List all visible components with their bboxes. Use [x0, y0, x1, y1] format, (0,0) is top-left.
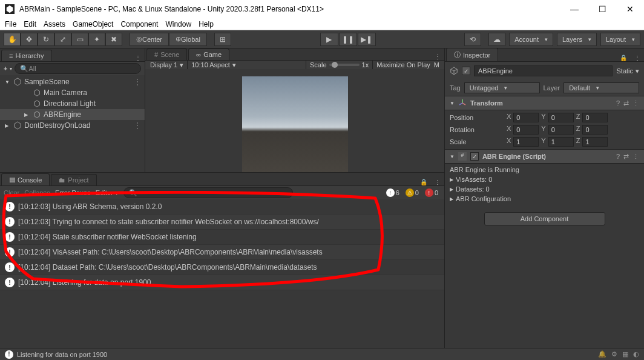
help-icon[interactable]: ? — [616, 153, 620, 161]
panel-menu-icon[interactable]: ⋮ — [631, 55, 644, 61]
layers-dropdown[interactable]: Layers — [557, 33, 597, 46]
menu-icon[interactable]: ⋮ — [632, 99, 639, 107]
cloud-button[interactable]: ☁ — [488, 33, 505, 46]
collapse-button[interactable]: Collapse — [24, 189, 50, 196]
console-entry[interactable]: ![10:12:04] State subscriber notifier We… — [0, 230, 444, 245]
transform-header[interactable]: ▼ Transform ?⇄⋮ — [445, 96, 644, 110]
hierarchy-search-input[interactable]: 🔍 All — [15, 63, 141, 74]
mute-audio[interactable]: M — [434, 61, 439, 68]
menu-window[interactable]: Window — [165, 20, 191, 28]
collab-button[interactable]: ⟲ — [464, 33, 481, 46]
scale-y-field[interactable]: 1 — [548, 137, 574, 147]
abrconfig-row[interactable]: ▶ ABR Configuration — [445, 194, 644, 204]
position-y-field[interactable]: 0 — [548, 113, 574, 122]
panel-menu-icon[interactable]: ⋮ — [431, 53, 444, 60]
game-viewport[interactable] — [145, 69, 444, 182]
hierarchy-item[interactable]: Main Camera — [0, 87, 145, 98]
rotate-tool[interactable]: ↻ — [38, 33, 54, 46]
rotation-z-field[interactable]: 0 — [582, 125, 608, 135]
status-icon[interactable]: ▦ — [622, 350, 628, 358]
menu-icon[interactable]: ⋮ — [632, 153, 639, 161]
hierarchy-tab[interactable]: ≡ Hierarchy — [1, 50, 52, 61]
menu-gameobject[interactable]: GameObject — [73, 20, 113, 28]
lock-icon[interactable]: 🔒 — [416, 179, 431, 185]
hierarchy-item[interactable]: Directional Light — [0, 98, 145, 109]
transform-tool[interactable]: ✦ — [88, 33, 105, 46]
rotation-y-field[interactable]: 0 — [548, 125, 574, 135]
game-tab[interactable]: ∞ Game — [188, 48, 229, 60]
inspector-tab[interactable]: ⓘ Inspector — [446, 48, 498, 61]
hierarchy-item[interactable]: ▼SampleScene⋮ — [0, 76, 145, 87]
aspect-dropdown[interactable]: 10:10 Aspect ▾ — [191, 61, 236, 69]
menu-help[interactable]: Help — [199, 20, 214, 28]
error-pause-button[interactable]: Error Pause — [55, 189, 91, 196]
snap-button[interactable]: ⊞ — [214, 33, 231, 46]
scale-slider[interactable]: Scale 1x — [310, 61, 369, 68]
status-icon[interactable]: ⚙ — [611, 350, 617, 358]
scale-tool[interactable]: ⤢ — [54, 33, 71, 46]
console-entry[interactable]: ![10:12:04] Dataset Path: C:\Users\scoot… — [0, 260, 444, 275]
warn-counter[interactable]: ⚠0 — [403, 188, 421, 197]
preset-icon[interactable]: ⇄ — [623, 153, 629, 161]
position-x-field[interactable]: 0 — [513, 113, 539, 122]
preset-icon[interactable]: ⇄ — [623, 99, 629, 107]
project-tab[interactable]: 🖿 Project — [51, 174, 96, 185]
panel-menu-icon[interactable]: ⋮ — [431, 179, 444, 185]
play-button[interactable]: ▶ — [320, 33, 338, 46]
hierarchy-item[interactable]: ▶DontDestroyOnLoad⋮ — [0, 120, 145, 131]
rotation-x-field[interactable]: 0 — [513, 125, 539, 135]
pivot-mode-button[interactable]: ◎Center — [130, 33, 169, 46]
abrengine-header[interactable]: ▼ # ✓ ABR Engine (Script) ?⇄⋮ — [445, 149, 644, 164]
menu-file[interactable]: File — [5, 20, 16, 28]
create-dropdown[interactable]: + — [4, 65, 7, 72]
console-entry[interactable]: ![10:12:04] Listening for data on port 1… — [0, 275, 444, 290]
static-checkbox[interactable]: Static ▾ — [616, 67, 639, 75]
menu-assets[interactable]: Assets — [44, 20, 65, 28]
step-button[interactable]: ▶❚ — [358, 33, 376, 46]
datasets-row[interactable]: ▶ Datasets: 0 — [445, 184, 644, 194]
panel-menu-icon[interactable]: ⋮ — [131, 55, 145, 61]
rect-tool[interactable]: ▭ — [71, 33, 88, 46]
menu-edit[interactable]: Edit — [24, 20, 36, 28]
component-enabled-checkbox[interactable]: ✓ — [470, 152, 479, 161]
scale-x-field[interactable]: 1 — [513, 137, 539, 147]
scene-tab[interactable]: # Scene — [146, 48, 187, 60]
account-dropdown[interactable]: Account — [509, 33, 553, 46]
close-button[interactable]: ✕ — [616, 0, 644, 18]
display-dropdown[interactable]: Display 1 ▾ — [150, 61, 183, 69]
active-checkbox[interactable]: ✓ — [462, 67, 470, 75]
clear-button[interactable]: Clear — [4, 189, 19, 196]
error-counter[interactable]: !0 — [422, 188, 441, 197]
status-icon[interactable]: ◐ — [633, 350, 639, 358]
menu-component[interactable]: Component — [120, 20, 158, 28]
minimize-button[interactable]: — — [560, 0, 588, 18]
console-tab[interactable]: ▤ Console — [1, 173, 50, 185]
scale-z-field[interactable]: 1 — [582, 137, 608, 147]
position-z-field[interactable]: 0 — [582, 113, 608, 122]
console-entry[interactable]: ![10:12:04] VisAsset Path: C:\Users\scoo… — [0, 245, 444, 260]
tag-dropdown[interactable]: Untagged — [464, 82, 540, 93]
maximize-on-play[interactable]: Maximize On Play — [376, 61, 430, 68]
hand-tool[interactable]: ✋ — [4, 33, 21, 46]
gameobject-name-field[interactable]: ABREngine — [474, 65, 613, 76]
visassets-row[interactable]: ▶ VisAssets: 0 — [445, 175, 644, 184]
maximize-button[interactable]: ☐ — [588, 0, 616, 18]
pause-button[interactable]: ❚❚ — [339, 33, 357, 46]
layout-dropdown[interactable]: Layout — [600, 33, 640, 46]
status-icon[interactable]: 🔔 — [598, 350, 606, 358]
add-component-button[interactable]: Add Component — [484, 212, 605, 225]
move-tool[interactable]: ✥ — [21, 33, 38, 46]
layer-dropdown[interactable]: Default — [564, 82, 639, 93]
info-counter[interactable]: !6 — [384, 188, 402, 197]
help-icon[interactable]: ? — [616, 99, 620, 107]
lock-icon[interactable]: 🔒 — [616, 55, 631, 61]
hierarchy-item[interactable]: ▶ABREngine — [0, 109, 145, 120]
console-search-input[interactable]: 🔍 — [123, 187, 293, 198]
console-entry[interactable]: ![10:12:03] Using ABR Schema, version 0.… — [0, 199, 444, 215]
pivot-rotation-button[interactable]: ⊕Global — [169, 33, 207, 46]
custom-tool[interactable]: ✖ — [105, 33, 122, 46]
svg-marker-4 — [34, 112, 40, 118]
console-entry[interactable]: ![10:12:03] Trying to connect to state s… — [0, 215, 444, 230]
status-bar: ! Listening for data on port 1900 🔔 ⚙ ▦ … — [0, 348, 644, 360]
editor-dropdown[interactable]: Editor ▾ — [96, 189, 119, 197]
